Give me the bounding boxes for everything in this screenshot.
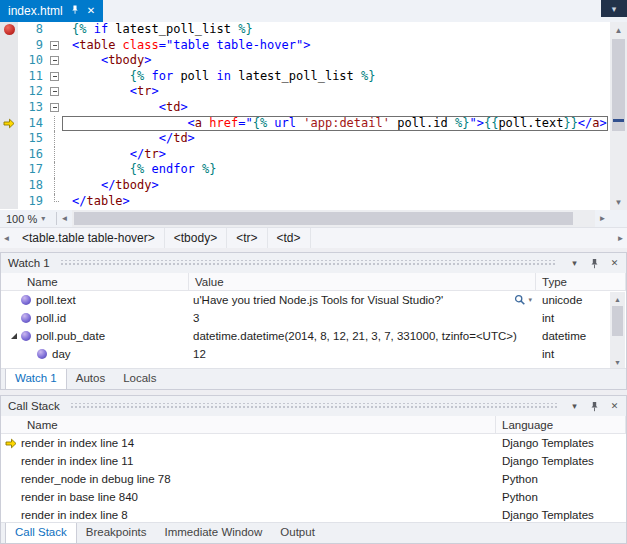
watch-row[interactable]: day12int (1, 345, 626, 363)
tab-autos[interactable]: Autos (67, 369, 114, 389)
column-header-value[interactable]: Value (189, 273, 536, 290)
tab-locals[interactable]: Locals (114, 369, 165, 389)
callstack-row[interactable]: render in index line 14Django Templates (1, 434, 626, 452)
magnifier-icon[interactable] (514, 294, 526, 306)
column-header-type[interactable]: Type (536, 273, 626, 290)
code-line[interactable]: <td> (62, 100, 608, 116)
pin-icon[interactable] (587, 256, 602, 271)
code-line[interactable]: <a href="{% url 'app:detail' poll.id %}"… (62, 116, 608, 132)
fold-margin[interactable] (48, 116, 62, 132)
close-icon[interactable]: ✕ (607, 399, 622, 414)
code-line[interactable]: </table> (62, 194, 608, 210)
tab-output[interactable]: Output (271, 523, 324, 543)
fold-toggle-icon[interactable] (50, 56, 59, 65)
watch-value-cell[interactable]: 12 (189, 348, 536, 360)
breakpoint-margin[interactable] (0, 178, 18, 194)
fold-margin[interactable] (48, 100, 62, 116)
pin-icon[interactable] (587, 399, 602, 414)
code-line[interactable]: <table class="table table-hover"> (62, 38, 608, 54)
code-line[interactable]: {% for poll in latest_poll_list %} (62, 69, 608, 85)
tab-index-html[interactable]: index.html ✕ (0, 0, 103, 22)
code-line[interactable]: </tbody> (62, 178, 608, 194)
fold-margin[interactable] (48, 147, 62, 163)
zoom-select[interactable]: 100 % ▾ (0, 210, 56, 227)
code-line[interactable]: <tr> (62, 84, 608, 100)
fold-margin[interactable] (48, 162, 62, 178)
tab-call-stack[interactable]: Call Stack (5, 523, 77, 543)
scroll-up-icon[interactable]: ▲ (610, 22, 627, 38)
callstack-row[interactable]: render in base line 840Python (1, 488, 626, 506)
chevron-down-icon[interactable]: ▾ (567, 399, 582, 414)
column-header-name[interactable]: Name (1, 273, 189, 290)
breakpoint-margin[interactable] (0, 147, 18, 163)
column-header-language[interactable]: Language (496, 416, 626, 433)
pin-icon[interactable] (70, 4, 80, 18)
window-menu-button[interactable]: ▾ (601, 0, 627, 17)
expander[interactable] (7, 333, 21, 339)
watch-value-cell[interactable]: datetime.datetime(2014, 8, 12, 21, 3, 7,… (189, 330, 536, 342)
fold-margin[interactable] (48, 22, 62, 38)
breakpoint-margin[interactable] (0, 38, 18, 54)
breadcrumb-item[interactable]: <tr> (227, 228, 267, 248)
breakpoint-margin[interactable] (0, 84, 18, 100)
watch-scroll-thumb[interactable] (612, 306, 623, 336)
fold-margin[interactable] (48, 194, 62, 210)
fold-toggle-icon[interactable] (50, 103, 59, 112)
code-line[interactable]: </tr> (62, 147, 608, 163)
watch-scrollbar[interactable]: ▲ ▼ (610, 292, 625, 369)
editor-vscrollbar[interactable]: ▲ ▼ (610, 22, 627, 210)
fold-toggle-icon[interactable] (50, 41, 59, 50)
fold-toggle-icon[interactable] (50, 87, 59, 96)
watch-row[interactable]: poll.id3int (1, 309, 626, 327)
expanded-triangle-icon[interactable] (11, 333, 17, 339)
callstack-row[interactable]: render in index line 11Django Templates (1, 452, 626, 470)
breadcrumb-left-icon[interactable]: ◄ (0, 234, 13, 243)
scroll-left-icon[interactable]: ◄ (57, 214, 72, 223)
hscroll-thumb[interactable] (74, 212, 573, 225)
watch-value-cell[interactable]: 3 (189, 312, 536, 324)
scroll-right-icon[interactable]: ► (595, 214, 610, 223)
fold-toggle-icon[interactable] (50, 72, 59, 81)
chevron-down-icon[interactable]: ▾ (528, 296, 532, 304)
editor-hscrollbar[interactable] (72, 210, 595, 227)
breadcrumb-right-icon[interactable]: ► (614, 234, 627, 243)
breadcrumb-item[interactable]: <table.table table-hover> (13, 228, 165, 248)
tab-breakpoints[interactable]: Breakpoints (77, 523, 156, 543)
fold-margin[interactable] (48, 84, 62, 100)
watch-row[interactable]: poll.textu'Have you tried Node.js Tools … (1, 291, 626, 309)
breakpoint-margin[interactable] (0, 194, 18, 210)
fold-margin[interactable] (48, 53, 62, 69)
breakpoint-margin[interactable] (0, 116, 18, 132)
breadcrumb-item[interactable]: <tbody> (165, 228, 227, 248)
code-line[interactable]: <tbody> (62, 53, 608, 69)
breakpoint-margin[interactable] (0, 69, 18, 85)
tab-watch-1[interactable]: Watch 1 (5, 369, 67, 389)
scroll-up-icon[interactable]: ▲ (610, 292, 625, 306)
fold-margin[interactable] (48, 38, 62, 54)
breakpoint-margin[interactable] (0, 131, 18, 147)
column-header-name[interactable]: Name (1, 416, 496, 433)
code-line[interactable]: {% endfor %} (62, 162, 608, 178)
code-line[interactable]: </td> (62, 131, 608, 147)
value-visualizer[interactable]: ▾ (514, 294, 536, 306)
chevron-down-icon[interactable]: ▾ (567, 256, 582, 271)
fold-margin[interactable] (48, 69, 62, 85)
editor[interactable]: 8{% if latest_poll_list %}9<table class=… (0, 22, 610, 210)
close-icon[interactable]: ✕ (607, 256, 622, 271)
close-icon[interactable]: ✕ (87, 6, 95, 16)
code-line[interactable]: {% if latest_poll_list %} (62, 22, 608, 38)
vscroll-thumb[interactable] (612, 39, 625, 131)
breakpoint-margin[interactable] (0, 53, 18, 69)
scroll-down-icon[interactable]: ▼ (610, 355, 625, 369)
breadcrumb-item[interactable]: <td> (268, 228, 311, 248)
scroll-down-icon[interactable]: ▼ (610, 194, 627, 210)
callstack-row[interactable]: render_node in debug line 78Python (1, 470, 626, 488)
watch-row[interactable]: poll.pub_datedatetime.datetime(2014, 8, … (1, 327, 626, 345)
watch-value-cell[interactable]: u'Have you tried Node.js Tools for Visua… (189, 294, 536, 306)
tab-immediate-window[interactable]: Immediate Window (156, 523, 272, 543)
fold-margin[interactable] (48, 178, 62, 194)
fold-margin[interactable] (48, 131, 62, 147)
breakpoint-margin[interactable] (0, 22, 18, 38)
breakpoint-margin[interactable] (0, 100, 18, 116)
breakpoint-indicator[interactable] (4, 24, 15, 35)
